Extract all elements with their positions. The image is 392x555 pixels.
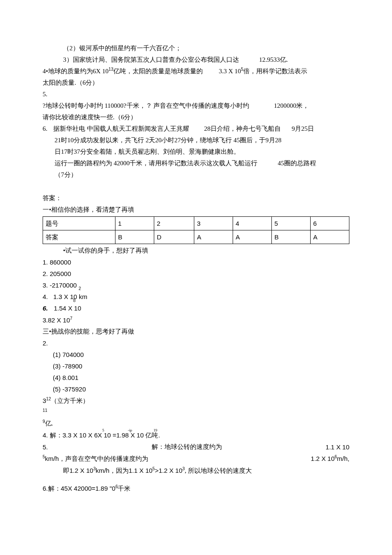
d5-line3: 即1.2 X 103km/h，因为1.1 X 105>1.2 X 103, 所以… [43,465,349,477]
c11-line: 11 [43,407,349,414]
td-2: D [154,230,194,244]
th-6: 6 [310,217,349,230]
q6-g: 45圈的总路程 [278,160,316,167]
c312-txt: （立方千米） [51,397,89,404]
d5-e: 1.2 X 10 [311,455,334,462]
q2-3-line: 3）国家统计局、国务院第五次人口普查办公室公布我国人口达 12.9533亿. [43,54,349,66]
q2-2-text: （2）银河系中的恒星约有一千六百亿个； [43,43,349,54]
th-4: 4 [233,217,272,230]
answer-table: 题号 1 2 3 4 5 6 答案 B D A A B A [43,216,349,244]
ans-2: 2. 205000 [43,268,349,279]
ans-382-sup: 7 [70,316,72,321]
b2-1: (1) 704000 [43,349,349,360]
td-ans: 答案 [43,230,115,244]
q6-line1: 6. 据新华社电 中国载人航天工程新闻发言人王兆耀 28日介绍，神舟七号飞船自 … [43,123,349,135]
d4-s2: -ip [128,427,132,434]
d6-b: 千米 [118,485,130,492]
d5-j: , 所以地球公转的速度大 [185,467,252,474]
q5-a: ?地球公转时每小时约 110000?千米，？ 声音在空气中传播的速度每小时约 [43,102,249,109]
d5-b: 解：地球公转的速度约为 [48,441,326,453]
q6-line2: 21时10分成功发射以来，共飞行 2天20小时27分钟，绕地球飞行 45圈后，于… [43,135,349,146]
q4-sup1: 13 [109,67,113,72]
q5-label: 5. [43,89,349,100]
answers-label: 答案： [43,193,349,204]
b2-label: 2. [43,337,349,349]
q2-3-a: 3）国家统计局、国务院第五次人口普查办公室公布我国人口达 [63,56,239,63]
d5-i: >1.2 X 10 [155,467,182,474]
d6-a: 6.解：45X 42000=1.89 "0 [43,485,115,492]
q4-b: 亿吨，太阳的质量是地球质量的 [113,68,203,75]
section3-title: 三•挑战你的技能，思考好了再做 [43,326,349,337]
q4-d: 倍，用科学记数法表示 [243,68,307,75]
ans-4: 4. 1.3 X 10 k2m [43,291,349,302]
ans-6: 6. 1.54 X8 10 [43,302,349,314]
td-4: A [233,230,272,244]
q4-line2: 太阳的质量.（6分） [43,77,349,89]
d5-c: 1.1 X 10 [326,441,349,453]
d5-f: m/h, [337,455,349,462]
ans-3: 3. -2170000 [43,279,349,291]
section2-title: •试一试你的身手，想好了再填 [43,245,349,256]
q2-3-b: 12.9533亿. [259,56,288,63]
d5-g: 即1.2 X 10 [63,467,93,474]
c312-line: 312（立方千米） [43,395,349,407]
ans-6-num: 6. [43,305,48,312]
d5-d: km/h，声音在空气中的传播速度约为 [45,455,149,462]
q4-a: 4•地球的质量约为6X 10 [43,68,109,75]
q4-line1: 4•地球的质量约为6X 1013亿吨，太阳的质量是地球质量的 3.3 X 105… [43,66,349,77]
th-num: 题号 [43,217,115,230]
section1-title: 一•相信你的选择，看清楚了再填 [43,204,349,216]
th-3: 3 [194,217,233,230]
d4-s1: 5 [102,427,104,434]
b2-5: (5) -375920 [43,383,349,395]
c9yi-line: 9亿. [43,418,349,429]
ans-6-a: 1.54 X [54,305,72,312]
c9yi: 亿. [45,420,53,427]
q5-b: 1200000米， [274,102,309,109]
ans-382: 3.82 X 107 [43,314,349,326]
q6-c: 9月25日 [292,125,314,132]
ans-1: 1. 860000 [43,256,349,268]
q6-line5: （7分） [43,169,349,181]
d6-line: 6.解：45X 42000=1.89 "06千米 [43,483,349,495]
d4-s3: 19 [153,427,157,434]
q6-line3: 日17时37分安全着陆，航天员翟志刚、刘伯明、景海鹏健康出舱。 [43,146,349,158]
table-row: 题号 1 2 3 4 5 6 [43,217,349,230]
ans-382-a: 3.82 X 10 [43,316,70,324]
d5-left: 5km/h，声音在空气中的传播速度约为 [43,453,148,465]
d4-a: 4. 解：3.3 X 10 X 6X 10 =1.98 X 10 亿吨. [43,431,160,439]
th-2: 2 [154,217,194,230]
td-1: B [115,230,154,244]
b2-4: (4) 8.001 [43,372,349,383]
q6-f: 运行一圈的路程约为 42000千米，请用科学记数法表示这次载人飞船运行 [55,160,257,167]
d5-line1: 5. 解：地球公转的速度约为 1.1 X 10 [43,441,349,453]
q6-a: 据新华社电 中国载人航天工程新闻发言人王兆耀 [53,125,189,132]
q6-label: 6. [43,125,47,132]
d4-line: 5 -ip 19 4. 解：3.3 X 10 X 6X 10 =1.98 X 1… [43,429,349,441]
th-5: 5 [272,217,311,230]
td-5: B [272,230,311,244]
d5-a: 5. [43,441,48,453]
q5-line2: 请你比较谁的速度快一些.（6分） [43,112,349,123]
q6-line4: 运行一圈的路程约为 42000千米，请用科学记数法表示这次载人飞船运行 45圈的… [43,158,349,169]
b2-3: (3) -78900 [43,360,349,372]
c312-sup: 12 [46,397,51,401]
th-1: 1 [115,217,154,230]
td-6: A [310,230,349,244]
q6-b: 28日介绍，神舟七号飞船自 [204,125,281,132]
d5-h: km/h，因为1.1 X 10 [95,467,152,474]
table-row: 答案 B D A A B A [43,230,349,244]
q5-line1: ?地球公转时每小时约 110000?千米，？ 声音在空气中传播的速度每小时约 1… [43,100,349,112]
td-3: A [194,230,233,244]
d5-right: 1.2 X 106m/h, [311,453,349,465]
q4-c: 3.3 X 10 [219,68,241,75]
d5-line2: 5km/h，声音在空气中的传播速度约为 1.2 X 106m/h, [43,453,349,465]
